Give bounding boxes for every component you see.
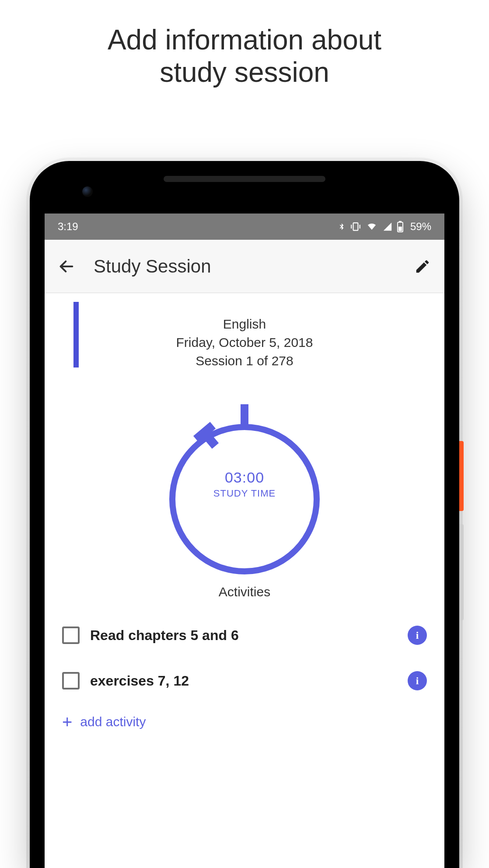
timer-time: 03:00 [225,469,264,486]
phone-volume-button [459,524,464,620]
arrow-back-icon [58,258,75,275]
activities-heading: Activities [45,584,444,599]
status-bar: 3:19 59% [45,214,444,240]
back-button[interactable] [57,257,76,276]
app-bar: Study Session [45,240,444,293]
info-icon: i [416,675,419,687]
phone-camera [82,186,93,197]
svg-rect-4 [398,227,402,231]
svg-rect-5 [399,221,402,222]
svg-rect-0 [353,223,358,230]
add-activity-button[interactable]: + add activity [45,704,444,740]
activity-checkbox[interactable] [62,672,80,690]
phone-frame: 3:19 59% Study Session [30,161,459,868]
activity-checkbox[interactable] [62,626,80,644]
activity-label: Read chapters 5 and 6 [90,627,397,644]
timer-label: STUDY TIME [213,488,276,499]
status-icons: 59% [338,220,431,233]
phone-screen: 3:19 59% Study Session [45,214,444,868]
activity-list: Read chapters 5 and 6 i exercises 7, 12 … [45,599,444,704]
vibrate-icon [350,221,361,232]
activity-label: exercises 7, 12 [90,673,397,689]
activity-info-button[interactable]: i [408,626,427,645]
status-time: 3:19 [58,220,78,233]
session-subject: English [45,315,444,333]
signal-icon [382,222,393,231]
page-title: Study Session [94,256,211,277]
study-timer[interactable]: 03:00 STUDY TIME [164,396,325,558]
activity-row: Read chapters 5 and 6 i [62,612,427,658]
phone-speaker [164,176,325,182]
headline-line-1: Add information about [0,24,489,56]
session-date: Friday, October 5, 2018 [45,333,444,352]
wifi-icon [366,222,378,231]
edit-button[interactable] [413,257,432,276]
status-battery-pct: 59% [410,220,431,233]
plus-icon: + [62,713,72,731]
session-meta: English Friday, October 5, 2018 Session … [45,293,444,370]
activity-row: exercises 7, 12 i [62,658,427,704]
add-activity-label: add activity [80,714,146,729]
battery-icon [397,221,403,232]
activity-info-button[interactable]: i [408,671,427,690]
info-icon: i [416,630,419,641]
pencil-icon [414,258,431,275]
bluetooth-icon [338,220,346,233]
headline-line-2: study session [0,56,489,89]
phone-power-button [459,441,464,511]
session-progress: Session 1 of 278 [45,352,444,370]
subject-accent-bar [73,302,79,368]
marketing-headline: Add information about study session [0,24,489,88]
content-area: English Friday, October 5, 2018 Session … [45,293,444,740]
